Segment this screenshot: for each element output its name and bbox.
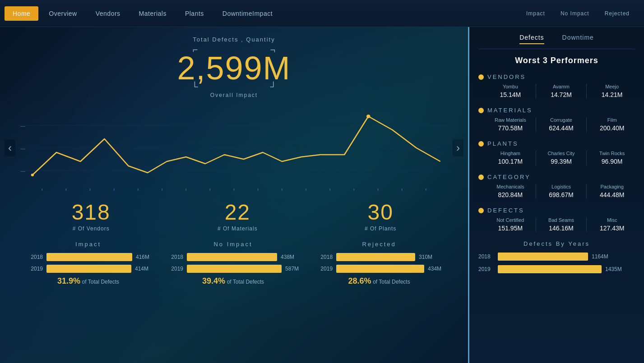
defects-year-label-2018: 2018 <box>478 253 494 260</box>
metrics-row: Impact 2018 416M 2019 414M 31.9% of Tota… <box>18 241 450 286</box>
category-category: Category Mechanicals 820.84M Logistics 6… <box>478 174 635 199</box>
perf-category-3-value: 444.48M <box>600 191 624 198</box>
nav-materials[interactable]: Materials <box>131 6 175 21</box>
metric-no-impact-val-2018: 438M <box>281 254 294 260</box>
category-plants-header: Plants <box>478 140 635 147</box>
metric-rejected-year-2019: 2019 <box>317 266 333 272</box>
metric-rejected-bar-2018: 2018 310M <box>317 253 441 261</box>
category-defects-name: Defects <box>487 207 524 214</box>
category-defects-header: Defects <box>478 207 635 214</box>
defects-year-label-2019: 2019 <box>478 266 494 272</box>
main-layout: Total Defects , Quantity ⌐ ¬ 2,599M └ ┘ … <box>0 27 644 363</box>
category-materials-values: Raw Materials 770.58M Corrugate 624.44M … <box>478 117 635 132</box>
perf-plants-2-name: Charles City <box>538 151 584 156</box>
nav-vendors[interactable]: Vendors <box>88 6 129 21</box>
perf-materials-2: Corrugate 624.44M <box>538 117 584 132</box>
perf-plants-3: Twin Rocks 96.90M <box>589 151 635 165</box>
perf-defects-1-name: Not Certified <box>487 217 533 223</box>
category-plants: Plants Hingham 100.17M Charles City 99.3… <box>478 140 635 165</box>
category-materials-name: Materials <box>487 107 533 114</box>
perf-materials-2-name: Corrugate <box>538 117 584 123</box>
metric-rejected-val-2018: 310M <box>419 254 432 260</box>
perf-vendors-1-value: 15.14M <box>500 91 521 98</box>
overall-impact-label: Overall Impact <box>18 92 450 98</box>
perf-vendors-3-value: 14.21M <box>602 91 623 98</box>
metric-rejected-bar-fill-2019 <box>336 265 424 273</box>
chart-next-arrow[interactable]: › <box>453 139 463 156</box>
stat-plants-label: # Of Plants <box>365 225 396 232</box>
divider-c1 <box>536 184 536 199</box>
perf-plants-2: Charles City 99.39M <box>538 151 584 165</box>
category-category-dot <box>478 175 484 180</box>
perf-category-1-value: 820.84M <box>498 191 523 198</box>
divider-c2 <box>586 184 587 199</box>
nav-home[interactable]: Home <box>5 6 38 21</box>
category-category-header: Category <box>478 174 635 180</box>
stat-vendors-label: # Of Vendors <box>72 225 111 232</box>
perf-materials-1-name: Raw Materials <box>487 117 533 123</box>
stats-row: 318 # Of Vendors 22 # Of Materials 30 # … <box>18 200 450 232</box>
svg-text:—: — <box>20 124 25 129</box>
metric-no-impact-val-2019: 587M <box>285 266 299 272</box>
metric-impact-val-2019: 414M <box>135 266 148 272</box>
defects-year-bar-2019: 2019 1435M <box>478 265 635 273</box>
defects-year-bar-2018: 2018 1164M <box>478 253 635 261</box>
metric-rejected-year-2018: 2018 <box>317 254 333 260</box>
right-panel: Defects Downtime Worst 3 Performers Vend… <box>468 27 644 363</box>
metric-rejected-bar-2019: 2019 434M <box>317 265 441 273</box>
category-defects-values: Not Certified 151.95M Bad Seams 146.16M … <box>478 217 635 232</box>
metric-rejected-percent-label: of Total Defects <box>373 279 410 285</box>
perf-plants-2-value: 99.39M <box>551 158 572 165</box>
metric-no-impact-bar-2018: 2018 438M <box>167 253 299 261</box>
perf-defects-2: Bad Seams 146.16M <box>538 217 584 232</box>
perf-materials-2-value: 624.44M <box>549 124 573 132</box>
metric-no-impact-percent: 39.4% of Total Defects <box>167 276 299 286</box>
nav-overview[interactable]: Overview <box>41 6 85 21</box>
chart-prev-arrow[interactable]: ‹ <box>5 139 15 156</box>
category-vendors-dot <box>478 74 484 80</box>
metric-no-impact-bar-2019: 2019 587M <box>167 265 299 273</box>
svg-point-23 <box>31 174 34 176</box>
filter-rejected-btn[interactable]: Rejected <box>599 9 635 18</box>
perf-materials-3: Film 200.40M <box>589 117 635 132</box>
metric-no-impact-year-2018: 2018 <box>167 254 183 260</box>
perf-vendors-2-value: 14.72M <box>551 91 572 98</box>
metric-rejected: Rejected 2018 310M 2019 434M 28.6% of To… <box>308 241 450 286</box>
perf-plants-1-name: Hingham <box>487 151 533 156</box>
perf-category-1-name: Mechanicals <box>487 184 533 189</box>
category-plants-values: Hingham 100.17M Charles City 99.39M Twin… <box>478 151 635 165</box>
metric-rejected-val-2019: 434M <box>428 266 441 272</box>
defects-chart: — — — <box>18 103 450 193</box>
svg-text:—: — <box>20 146 25 151</box>
stat-materials-label: # Of Materials <box>218 225 258 232</box>
category-materials-dot <box>478 108 484 113</box>
filter-no-impact-btn[interactable]: No Impact <box>555 9 595 18</box>
perf-category-3: Packaging 444.48M <box>589 184 635 199</box>
metric-impact-bar-2018: 2018 416M <box>27 253 149 261</box>
metric-rejected-percent-val: 28.6% <box>348 276 371 285</box>
category-materials-header: Materials <box>478 107 635 114</box>
nav-downtime-impact[interactable]: DowntimeImpact <box>214 6 281 21</box>
defects-year-val-2018: 1164M <box>592 253 608 260</box>
svg-point-24 <box>366 115 371 118</box>
tab-downtime[interactable]: Downtime <box>562 34 594 44</box>
perf-category-2-name: Logistics <box>538 184 584 189</box>
metric-impact: Impact 2018 416M 2019 414M 31.9% of Tota… <box>18 241 158 286</box>
divider-p2 <box>586 151 587 165</box>
tab-defects[interactable]: Defects <box>519 34 544 44</box>
filter-impact-btn[interactable]: Impact <box>521 9 551 18</box>
category-defects-dot <box>478 208 484 213</box>
perf-plants-3-value: 96.90M <box>602 158 623 165</box>
category-plants-name: Plants <box>487 140 519 147</box>
divider-m1 <box>536 117 536 132</box>
perf-defects-3-value: 127.43M <box>600 225 624 232</box>
metric-impact-bar-fill-2019 <box>46 265 131 273</box>
category-vendors: Vendors Yombu 15.14M Avamm 14.72M Meejo … <box>478 74 635 99</box>
nav-plants[interactable]: Plants <box>177 6 212 21</box>
metric-no-impact: No Impact 2018 438M 2019 587M 39.4% of T… <box>158 241 308 286</box>
stat-plants: 30 # Of Plants <box>365 200 396 232</box>
category-category-name: Category <box>487 174 531 180</box>
perf-materials-1-value: 770.58M <box>498 124 523 132</box>
stat-vendors: 318 # Of Vendors <box>72 200 111 232</box>
worst-performers-title: Worst 3 Performers <box>478 56 635 65</box>
